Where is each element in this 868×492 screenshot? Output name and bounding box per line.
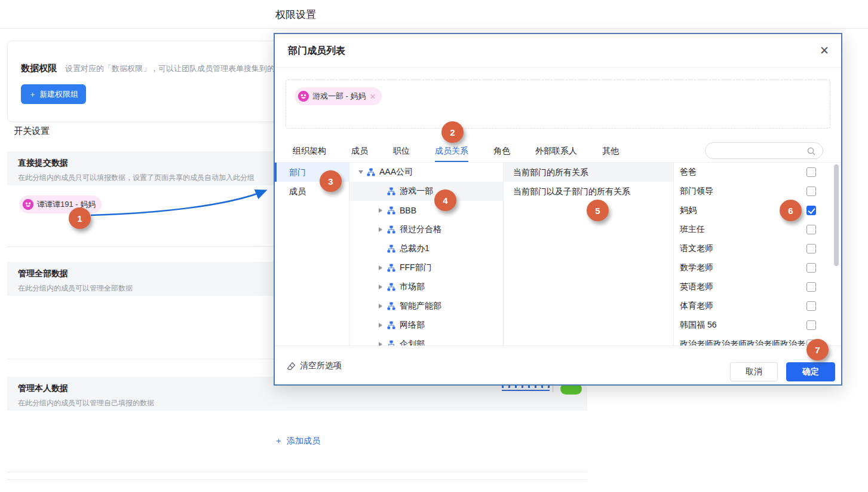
selected-members-box: 游戏一部 - 妈妈 ✕ xyxy=(286,80,830,129)
role-checkbox[interactable] xyxy=(806,167,816,177)
scrollbar-thumb[interactable] xyxy=(834,164,839,266)
tree-node[interactable]: 智能产能部 xyxy=(349,297,503,316)
annotation-badge-5: 5 xyxy=(587,200,609,221)
add-member-link[interactable]: ＋添加成员 xyxy=(274,436,320,447)
member-avatar-icon xyxy=(23,199,33,210)
caret-icon[interactable] xyxy=(379,285,387,289)
member-tag[interactable]: 谭谭谭191 - 妈妈 xyxy=(19,195,102,213)
role-checkbox[interactable] xyxy=(806,263,816,273)
search-icon xyxy=(806,146,816,156)
tab-label: 外部联系人 xyxy=(535,146,577,155)
clear-selection-link[interactable]: 清空所选项 xyxy=(287,360,342,371)
tree-node[interactable]: 网络部 xyxy=(349,316,503,335)
role-row[interactable]: 班主任 xyxy=(674,220,841,239)
tree-node-label: 智能产能部 xyxy=(400,301,441,311)
tree-node[interactable]: BBB xyxy=(349,201,503,220)
tree-node-label: 企划部 xyxy=(400,339,425,346)
tab-label: 组织架构 xyxy=(293,146,326,155)
manage-own-description: 在此分组内的成员可以管理自己填报的数据 xyxy=(18,398,576,408)
clear-selection-label: 清空所选项 xyxy=(300,360,342,371)
caret-icon[interactable] xyxy=(379,304,387,308)
annotation-badge-6: 6 xyxy=(780,200,802,221)
relation-item[interactable]: 当前部门以及子部门的所有关系 xyxy=(504,182,673,201)
search-input[interactable] xyxy=(705,142,823,159)
new-permission-group-label: 新建权限组 xyxy=(39,89,78,100)
tree-node[interactable]: 企划部 xyxy=(349,335,503,346)
role-row[interactable]: 韩国福 56 xyxy=(674,316,841,335)
caret-icon[interactable] xyxy=(379,265,387,270)
tree-node-label: 网络部 xyxy=(400,320,425,331)
department-icon xyxy=(387,225,395,234)
role-checkbox[interactable] xyxy=(806,206,816,215)
tab-item[interactable]: 其他 xyxy=(602,140,619,162)
tree-node-label: 市场部 xyxy=(400,282,425,292)
close-icon[interactable]: ✕ xyxy=(817,43,832,57)
tree-node-label: FFF部门 xyxy=(400,262,432,273)
cancel-button[interactable]: 取消 xyxy=(730,362,778,381)
annotation-badge-7: 7 xyxy=(806,339,829,360)
role-checkbox[interactable] xyxy=(806,301,816,311)
tree-node-label: 总裁办1 xyxy=(400,243,430,254)
relation-item-label: 当前部门以及子部门的所有关系 xyxy=(513,187,630,196)
confirm-button[interactable]: 确定 xyxy=(786,362,835,381)
tree-node[interactable]: AAA公司 xyxy=(349,163,503,182)
relation-item[interactable]: 当前部门的所有关系 xyxy=(504,163,673,182)
department-member-modal: 部门成员列表 ✕ 游戏一部 - 妈妈 ✕ 组织架构 成员 xyxy=(274,33,842,386)
role-label: 英语老师 xyxy=(680,282,806,292)
role-row[interactable]: 数学老师 xyxy=(674,258,841,277)
tree-node[interactable]: 很过分合格 xyxy=(349,220,503,239)
role-label: 爸爸 xyxy=(680,167,806,178)
caret-icon[interactable] xyxy=(379,208,387,213)
role-checkbox[interactable] xyxy=(806,225,816,234)
department-icon xyxy=(387,340,395,346)
header-divider xyxy=(0,28,868,29)
new-permission-group-button[interactable]: ＋新建权限组 xyxy=(21,84,86,104)
data-permission-description: 设置对应的「数据权限」，可以让团队成员管理表单搜集到的数据 xyxy=(65,64,290,73)
tab-item[interactable]: 成员关系 xyxy=(435,140,468,162)
tree-node[interactable]: 游戏一部 xyxy=(349,182,503,201)
role-checkbox[interactable] xyxy=(806,187,816,196)
department-icon xyxy=(387,245,395,253)
caret-icon[interactable] xyxy=(379,323,387,328)
tab-item[interactable]: 外部联系人 xyxy=(535,140,577,162)
tree-node[interactable]: FFF部门 xyxy=(349,258,503,277)
tab-item[interactable]: 组织架构 xyxy=(293,140,326,162)
annotation-badge-2: 2 xyxy=(441,121,464,143)
department-tree: AAA公司 游戏一部 xyxy=(349,163,504,346)
role-list: 爸爸 部门领导 妈妈 xyxy=(674,163,841,346)
data-permission-header: 数据权限设置对应的「数据权限」，可以让团队成员管理表单搜集到的数据 xyxy=(21,63,290,74)
role-row[interactable]: 体育老师 xyxy=(674,297,841,316)
role-label: 数学老师 xyxy=(680,262,806,273)
tab-item[interactable]: 成员 xyxy=(351,140,368,162)
caret-icon[interactable] xyxy=(358,170,367,174)
permission-settings-page: 权限设置 数据权限设置对应的「数据权限」，可以让团队成员管理表单搜集到的数据 ＋… xyxy=(0,0,868,492)
role-row[interactable]: 部门领导 xyxy=(674,182,841,201)
department-icon xyxy=(387,283,395,291)
role-rows: 爸爸 部门领导 妈妈 xyxy=(674,163,841,346)
role-checkbox[interactable] xyxy=(806,320,816,330)
selected-member-tag[interactable]: 游戏一部 - 妈妈 ✕ xyxy=(295,87,382,105)
tree-node[interactable]: 市场部 xyxy=(349,277,503,297)
page-bottom-divider xyxy=(7,479,587,480)
tab-label: 其他 xyxy=(602,146,619,155)
role-row[interactable]: 爸爸 xyxy=(674,163,841,182)
member-avatar-icon xyxy=(298,91,309,102)
relation-item-label: 当前部门的所有关系 xyxy=(513,167,588,177)
role-label: 部门领导 xyxy=(680,186,806,197)
caret-icon[interactable] xyxy=(379,227,387,232)
department-icon xyxy=(387,187,395,195)
tree-node-label: 游戏一部 xyxy=(400,186,433,197)
department-icon xyxy=(387,264,395,272)
role-label: 体育老师 xyxy=(680,301,806,311)
tree-node[interactable]: 总裁办1 xyxy=(349,239,503,258)
role-checkbox[interactable] xyxy=(806,244,816,253)
role-row[interactable]: 妈妈 xyxy=(674,201,841,220)
role-checkbox[interactable] xyxy=(806,282,816,292)
picker-columns: 部门 成员 xyxy=(275,163,841,346)
role-row[interactable]: 英语老师 xyxy=(674,277,841,297)
tab-item[interactable]: 职位 xyxy=(393,140,410,162)
tab-item[interactable]: 角色 xyxy=(493,140,510,162)
role-row[interactable]: 语文老师 xyxy=(674,239,841,258)
role-label: 韩国福 56 xyxy=(680,320,806,331)
tag-close-icon[interactable]: ✕ xyxy=(370,92,376,101)
